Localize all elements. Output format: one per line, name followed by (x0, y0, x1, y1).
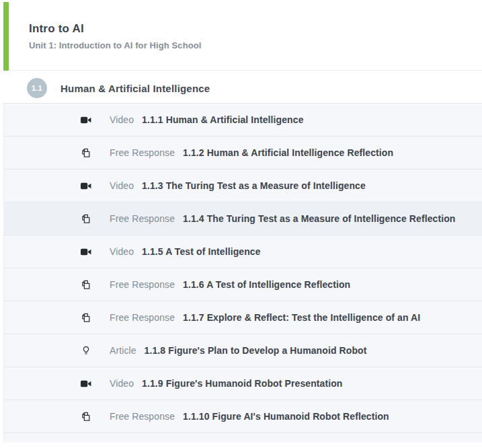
lesson-row[interactable]: Free Response 1.1.7 Explore & Reflect: T… (4, 301, 482, 334)
lesson-type-label: Video (110, 378, 134, 389)
lesson-title: 1.1.4 The Turing Test as a Measure of In… (183, 213, 455, 224)
lesson-type-label: Free Response (110, 312, 175, 323)
lesson-type-label: Free Response (110, 213, 175, 224)
unit-accent-bar (3, 2, 9, 71)
lesson-type-label: Article (110, 345, 136, 356)
lesson-row[interactable]: Free Response 1.1.10 Figure AI's Humanoi… (4, 400, 482, 433)
lesson-title: 1.1.6 A Test of Intelligence Reflection (183, 279, 350, 290)
lesson-row[interactable]: Free Response 1.1.4 The Turing Test as a… (4, 202, 482, 235)
lesson-title: 1.1.9 Figure's Humanoid Robot Presentati… (142, 378, 342, 389)
lesson-title: 1.1.8 Figure's Plan to Develop a Humanoi… (145, 345, 367, 356)
lesson-type-label: Free Response (110, 411, 175, 422)
unit-header: Intro to AI Unit 1: Introduction to AI f… (3, 2, 482, 71)
lesson-title: 1.1.5 A Test of Intelligence (142, 246, 261, 257)
lesson-row[interactable]: Video 1.1.9 Figure's Humanoid Robot Pres… (4, 367, 482, 400)
lesson-row[interactable]: Video 1.1.5 A Test of Intelligence (4, 235, 482, 268)
lesson-title: 1.1.7 Explore & Reflect: Test the Intell… (183, 312, 420, 323)
lesson-type-label: Free Response (110, 147, 175, 158)
section-title: Human & Artificial Intelligence (61, 83, 210, 94)
unit-subtitle: Unit 1: Introduction to AI for High Scho… (29, 40, 482, 50)
lesson-title: 1.1.10 Figure AI's Humanoid Robot Reflec… (183, 411, 389, 422)
lesson-row[interactable]: Free Response 1.1.2 Human & Artificial I… (4, 137, 482, 170)
lightbulb-icon (79, 344, 92, 357)
section-number-badge: 1.1 (27, 78, 47, 98)
section-header[interactable]: 1.1 Human & Artificial Intelligence (3, 73, 482, 104)
course-title: Intro to AI (29, 22, 482, 36)
lesson-title: 1.1.3 The Turing Test as a Measure of In… (142, 180, 366, 191)
copy-icon (79, 410, 92, 423)
lesson-row[interactable]: Video 1.1.1 Human & Artificial Intellige… (4, 104, 482, 137)
lesson-type-label: Free Response (110, 279, 175, 290)
lesson-row[interactable]: Article 1.1.8 Figure's Plan to Develop a… (4, 334, 482, 367)
video-icon (79, 180, 92, 192)
copy-icon (79, 213, 92, 225)
lesson-row-partial[interactable] (3, 433, 482, 443)
video-icon (79, 246, 92, 258)
video-icon (79, 377, 92, 390)
lesson-list: Video 1.1.1 Human & Artificial Intellige… (3, 104, 482, 433)
lesson-type-label: Video (110, 114, 134, 125)
lesson-row[interactable]: Free Response 1.1.6 A Test of Intelligen… (4, 268, 482, 301)
lesson-title: 1.1.2 Human & Artificial Intelligence Re… (183, 147, 393, 158)
copy-icon (79, 147, 92, 159)
lesson-title: 1.1.1 Human & Artificial Intelligence (142, 114, 303, 125)
copy-icon (79, 311, 92, 324)
lesson-row[interactable]: Video 1.1.3 The Turing Test as a Measure… (4, 170, 482, 202)
lesson-type-label: Video (110, 246, 134, 257)
copy-icon (79, 278, 92, 291)
video-icon (79, 114, 92, 126)
unit-curriculum-page: Intro to AI Unit 1: Introduction to AI f… (0, 0, 482, 443)
lesson-type-label: Video (110, 180, 134, 191)
unit-header-text: Intro to AI Unit 1: Introduction to AI f… (3, 2, 482, 50)
